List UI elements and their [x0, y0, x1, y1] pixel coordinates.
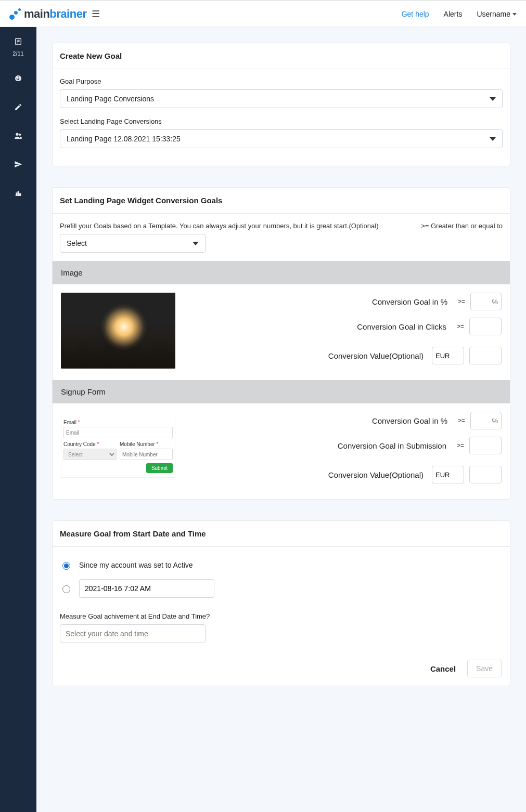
username-menu[interactable]: Username	[477, 10, 517, 18]
sidebar: 2/11	[0, 27, 36, 812]
signup-sub-label: Conversion Goal in Submission	[186, 441, 450, 450]
signup-pct-label: Conversion Goal in %	[186, 416, 451, 425]
signup-email-label: Email	[63, 420, 76, 425]
image-currency-input[interactable]	[432, 347, 464, 364]
signup-form-thumbnail: Email * Country Code * Select Mobile Num…	[61, 412, 175, 478]
landing-page-value: Landing Page 12.08.2021 15:33:25	[67, 135, 181, 143]
sidebar-item-edit[interactable]	[14, 103, 23, 114]
checklist-icon	[14, 37, 23, 46]
goal-purpose-select[interactable]: Landing Page Conversions	[60, 89, 503, 108]
signup-pct-input[interactable]	[470, 412, 502, 429]
logo: mainbrainer	[9, 7, 86, 21]
sidebar-item-steps[interactable]: 2/11	[12, 37, 23, 57]
signup-currency-input[interactable]	[432, 466, 464, 483]
signup-sub-input[interactable]	[469, 437, 502, 454]
chevron-down-icon	[512, 13, 517, 16]
save-button[interactable]: Save	[467, 660, 502, 677]
ge-symbol: >=	[456, 298, 465, 305]
card-widget-goals: Set Landing Page Widget Conversion Goals…	[52, 187, 510, 500]
required-star: *	[78, 420, 80, 425]
sidebar-item-users[interactable]	[14, 132, 23, 142]
goal-purpose-value: Landing Page Conversions	[67, 95, 154, 103]
signup-email-input	[63, 427, 173, 438]
cancel-button[interactable]: Cancel	[427, 664, 459, 674]
pencil-icon	[14, 103, 23, 111]
image-pct-label: Conversion Goal in %	[186, 297, 451, 306]
signup-mobile-label: Mobile Number	[120, 441, 155, 447]
signup-cc-select: Select	[63, 449, 117, 460]
paper-plane-icon	[14, 160, 23, 168]
chevron-down-icon	[490, 97, 496, 101]
image-widget-thumbnail	[61, 293, 175, 369]
chevron-down-icon	[490, 137, 496, 141]
card-title: Measure Goal from Start Date and Time	[53, 521, 510, 547]
start-date-input[interactable]	[79, 579, 214, 598]
signup-mobile-input	[120, 449, 173, 460]
image-clicks-input[interactable]	[469, 318, 502, 335]
users-icon	[14, 132, 23, 140]
sidebar-item-send[interactable]	[14, 160, 23, 171]
ge-symbol: >=	[455, 442, 464, 449]
gauge-icon	[14, 74, 23, 83]
sidebar-item-reports[interactable]	[14, 189, 23, 200]
end-date-input[interactable]	[60, 624, 206, 643]
username-label: Username	[477, 10, 510, 18]
signup-submit-button: Submit	[146, 463, 173, 473]
widget-header-signup: Signup Form	[53, 380, 510, 403]
select-lp-label: Select Landing Page Conversions	[60, 117, 503, 125]
ge-symbol: >=	[455, 323, 464, 330]
required-star: *	[97, 441, 99, 447]
chevron-down-icon	[193, 242, 199, 245]
widget-image: Conversion Goal in % >= Conversion Goal …	[53, 284, 510, 380]
template-select-value: Select	[67, 239, 87, 247]
topbar: mainbrainer ☰ Get help Alerts Username	[0, 0, 526, 27]
image-pct-input[interactable]	[470, 293, 502, 310]
signup-value-label: Conversion Value(Optional)	[186, 470, 427, 479]
landing-page-select[interactable]: Landing Page 12.08.2021 15:33:25	[60, 129, 503, 148]
signup-cc-label: Country Code	[63, 441, 96, 447]
svg-point-5	[19, 134, 21, 136]
image-value-input[interactable]	[469, 347, 502, 364]
svg-rect-9	[20, 193, 21, 195]
card-title: Set Landing Page Widget Conversion Goals	[53, 188, 510, 214]
logo-icon	[9, 8, 21, 20]
main-content: Create New Goal Goal Purpose Landing Pag…	[36, 27, 526, 812]
card-create-goal: Create New Goal Goal Purpose Landing Pag…	[52, 43, 510, 166]
end-date-label: Measure Goal achivement at End Date and …	[60, 612, 503, 620]
template-select[interactable]: Select	[60, 234, 206, 253]
steps-counter: 2/11	[12, 50, 23, 57]
image-value-label: Conversion Value(Optional)	[186, 351, 427, 360]
alerts-link[interactable]: Alerts	[444, 10, 463, 18]
svg-rect-8	[18, 191, 19, 195]
radio-since-active-label: Since my account was set to Active	[79, 561, 193, 569]
required-star: *	[157, 441, 159, 447]
bar-chart-icon	[14, 189, 23, 197]
prefill-text: Prefill your Goals based on a Template. …	[60, 222, 379, 230]
image-clicks-label: Conversion Goal in Clicks	[186, 322, 450, 331]
sidebar-item-dashboard[interactable]	[14, 74, 23, 85]
logo-text-1: main	[24, 7, 49, 20]
ge-symbol: >=	[456, 417, 465, 424]
goal-purpose-label: Goal Purpose	[60, 77, 503, 85]
logo-text-2: brainer	[49, 7, 86, 20]
radio-since-active[interactable]	[62, 562, 70, 570]
card-measure-goal: Measure Goal from Start Date and Time Si…	[52, 520, 510, 686]
widget-signup: Email * Country Code * Select Mobile Num…	[53, 403, 510, 499]
get-help-link[interactable]: Get help	[402, 10, 429, 18]
ge-hint: >= Greater than or equal to	[421, 222, 503, 230]
card-title: Create New Goal	[53, 43, 510, 69]
svg-point-4	[16, 133, 18, 136]
signup-value-input[interactable]	[469, 466, 502, 483]
widget-header-image: Image	[53, 261, 510, 284]
radio-custom-date[interactable]	[62, 585, 70, 593]
menu-toggle-icon[interactable]: ☰	[92, 8, 100, 20]
svg-rect-7	[16, 193, 17, 195]
